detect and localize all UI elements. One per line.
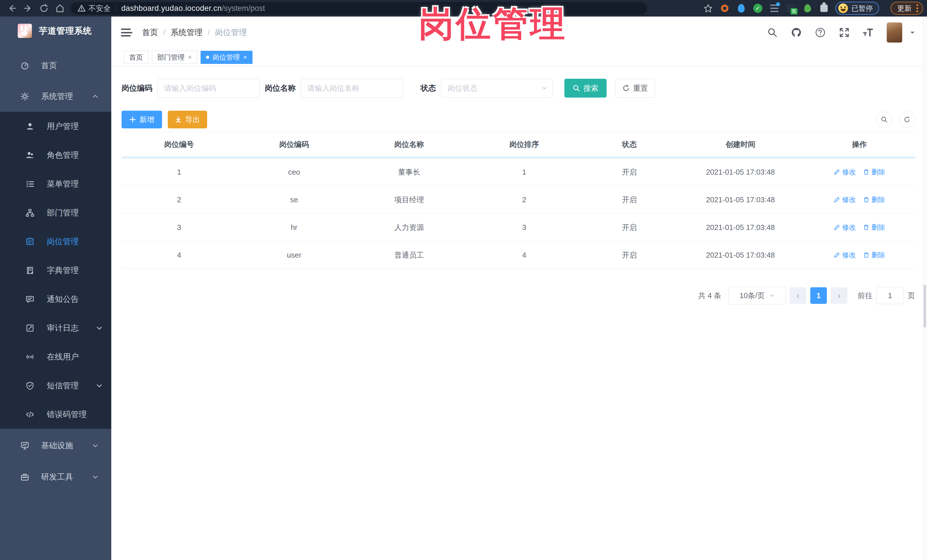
fullscreen-icon[interactable] [839,27,850,38]
search-button[interactable]: 搜索 [564,79,606,97]
breadcrumb-home[interactable]: 首页 [142,27,158,38]
toggle-search-icon[interactable] [876,112,892,127]
sidebar-item-home[interactable]: 首页 [0,50,111,81]
post-name-input[interactable] [301,79,403,97]
page-size-select[interactable]: 10条/页 [729,287,786,304]
cell-created-time: 2021-01-05 17:03:48 [677,168,804,177]
toolbox-icon [21,473,29,481]
url-path: /system/post [222,4,265,13]
sidebar-item-menus[interactable]: 菜单管理 [0,170,111,198]
update-label: 更新 [897,4,912,13]
sidebar-item-system[interactable]: 系统管理 [0,81,111,112]
app-logo-row[interactable]: 芋道管理系统 [0,17,111,45]
export-button[interactable]: 导出 [168,111,207,128]
sidebar-item-label: 在线用户 [47,352,103,362]
sidebar-item-label: 岗位管理 [47,236,103,247]
extension-green-check-icon[interactable]: ✓ [753,3,763,14]
table-row[interactable]: 2 se 项目经理 2 开启 2021-01-05 17:03:48 修改 删除 [122,186,915,214]
sidebar-item-error-codes[interactable]: 错误码管理 [0,400,111,429]
sidebar-item-online-users[interactable]: 在线用户 [0,342,111,371]
sidebar-item-users[interactable]: 用户管理 [0,112,111,141]
column-header: 岗位排序 [467,140,582,149]
status-select[interactable]: 岗位状态 [441,79,553,97]
tab-close-icon[interactable]: × [188,54,192,61]
table-row[interactable]: 3 hr 人力资源 3 开启 2021-01-05 17:03:48 修改 删除 [122,214,915,241]
sidebar-item-dictionary[interactable]: 字典管理 [0,256,111,285]
scrollbar-thumb[interactable] [924,285,926,328]
browser-back-icon[interactable] [4,2,20,15]
tab-departments[interactable]: 部门管理 × [152,51,197,64]
cell-status: 开启 [582,195,677,205]
sidebar-toggle-icon[interactable] [121,27,132,38]
delete-link[interactable]: 删除 [863,195,885,204]
delete-link[interactable]: 删除 [863,167,885,177]
jump-page-input[interactable] [877,287,904,304]
search-button-icon [573,85,580,92]
browser-reload-icon[interactable] [36,2,52,15]
sidebar-item-departments[interactable]: 部门管理 [0,198,111,227]
edit-link[interactable]: 修改 [834,195,856,204]
sidebar-item-sms[interactable]: 短信管理 [0,371,111,400]
browser-forward-icon[interactable] [20,2,36,15]
sidebar-item-infrastructure[interactable]: 基础设施 [0,430,111,461]
user-icon [26,122,34,131]
user-avatar[interactable] [886,22,903,43]
browser-extensions: ✓ 简 已暂停 更新 [703,2,923,15]
search-icon[interactable] [767,27,778,38]
edit-link[interactable]: 修改 [834,167,856,177]
refresh-table-icon[interactable] [899,112,915,127]
cell-post-id: 1 [122,168,237,177]
cell-actions: 修改 删除 [804,250,915,260]
browser-update-button[interactable]: 更新 [891,2,923,15]
cell-created-time: 2021-01-05 17:03:48 [677,196,804,204]
sidebar-item-posts[interactable]: 岗位管理 [0,227,111,256]
extensions-puzzle-icon[interactable] [819,3,829,14]
extension-blue-drop-icon[interactable] [736,3,746,14]
edit-link[interactable]: 修改 [834,250,856,260]
sidebar-item-roles[interactable]: 角色管理 [0,141,111,170]
add-button[interactable]: 新增 [122,111,162,128]
github-icon[interactable] [790,27,802,38]
delete-link[interactable]: 删除 [863,250,885,260]
table-row[interactable]: 4 user 普通员工 4 开启 2021-01-05 17:03:48 修改 … [122,241,915,269]
sidebar-item-notices[interactable]: 通知公告 [0,285,111,314]
next-page-button[interactable]: › [831,287,847,304]
delete-link[interactable]: 删除 [863,223,885,232]
address-bar[interactable]: 不安全 dashboard.yudao.iocoder.cn /system/p… [71,2,647,15]
sidebar-item-label: 审计日志 [47,323,96,334]
help-icon[interactable] [815,27,826,38]
tab-posts[interactable]: 岗位管理 × [201,51,252,64]
page-size-value: 10条/页 [740,291,764,300]
table-toolbar: 新增 导出 [122,111,915,128]
window-scrollbar[interactable] [923,17,927,560]
filter-status: 状态 岗位状态 [421,79,553,97]
edit-link[interactable]: 修改 [834,223,856,232]
browser-menu-icon[interactable] [916,3,918,13]
tab-close-icon[interactable]: × [243,54,247,61]
bookmark-star-icon[interactable] [703,3,713,14]
column-header: 创建时间 [677,140,804,149]
font-size-icon[interactable] [863,27,874,38]
reset-button[interactable]: 重置 [615,79,655,97]
post-code-input[interactable] [158,79,260,97]
sidebar-item-audit-logs[interactable]: 审计日志 [0,314,111,342]
page-number-active[interactable]: 1 [810,287,827,304]
extension-orange-ring-icon[interactable] [720,3,730,14]
sidebar: 芋道管理系统 首页 系统管理 [0,17,111,560]
extension-sliders-icon[interactable] [769,3,780,14]
breadcrumb-system[interactable]: 系统管理 [171,27,202,38]
table-row[interactable]: 1 ceo 董事长 1 开启 2021-01-05 17:03:48 修改 删除 [122,158,915,186]
extension-list-badge-icon[interactable]: 简 [786,3,796,14]
avatar-caret-down-icon[interactable] [909,29,916,36]
sidebar-item-dev-tools[interactable]: 研发工具 [0,461,111,493]
extension-sprout-icon[interactable] [802,3,813,14]
profile-paused-badge[interactable]: 已暂停 [836,2,879,15]
browser-home-icon[interactable] [52,2,68,15]
prev-page-button[interactable]: ‹ [790,287,806,304]
plus-icon [129,116,136,123]
post-code-label: 岗位编码 [122,83,152,93]
tab-home[interactable]: 首页 [124,51,148,64]
chevron-down-icon [96,325,103,331]
site-security[interactable]: 不安全 [78,3,111,14]
url-divider [116,5,116,12]
